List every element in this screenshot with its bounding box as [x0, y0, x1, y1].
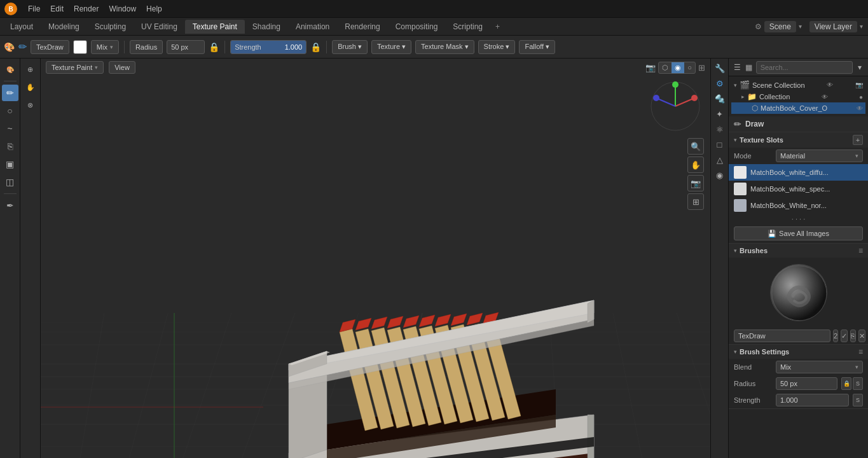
menu-render[interactable]: Render [69, 3, 104, 15]
annotate-tool-btn[interactable]: ✒ [2, 197, 18, 214]
add-workspace-button[interactable]: + [490, 20, 505, 34]
properties-active-icon[interactable]: ⚙ [713, 76, 727, 90]
pan-icon[interactable]: ✋ [687, 156, 704, 173]
properties-physics-icon[interactable]: ⚛ [713, 122, 727, 136]
strength-prop-input[interactable]: 1.000 [776, 394, 849, 406]
tab-sculpting[interactable]: Sculpting [87, 20, 134, 34]
brush-copy-btn[interactable]: ⎘ [850, 330, 856, 342]
panel-options-icon[interactable]: ▾ [855, 60, 864, 74]
scene-selector[interactable]: Scene [764, 21, 796, 32]
tab-uv-editing[interactable]: UV Editing [134, 20, 185, 34]
texture-slot-2[interactable]: MatchBook_White_nor... [729, 197, 868, 214]
falloff-dropdown-button[interactable]: Falloff ▾ [519, 40, 555, 54]
collection-item-collection[interactable]: ▸ 📁 Collection 👁 ● [731, 91, 865, 102]
properties-data-icon[interactable]: △ [713, 153, 727, 167]
tab-animation[interactable]: Animation [288, 20, 337, 34]
panel-search-input[interactable] [756, 61, 853, 74]
tool-name-button[interactable]: TexDraw [31, 40, 69, 54]
brush-pin-btn[interactable]: ✓ [841, 330, 848, 342]
navigation-gizmo[interactable]: X Y Z [650, 81, 701, 132]
brushes-header[interactable]: ▾ Brushes ≡ [729, 244, 868, 258]
tab-shading[interactable]: Shading [245, 20, 288, 34]
properties-tool-icon[interactable]: 🔧 [713, 61, 727, 75]
overlay-icon[interactable]: ⊞ [698, 63, 705, 73]
properties-particles-icon[interactable]: ✦ [713, 107, 727, 121]
menu-help[interactable]: Help [141, 3, 167, 15]
brushes-expand-right[interactable]: ≡ [858, 246, 863, 255]
strength-lock-icon[interactable]: 🔒 [310, 42, 321, 52]
radius-row: Radius 50 px 🔒 S [729, 375, 868, 392]
tab-scripting[interactable]: Scripting [445, 20, 490, 34]
tab-modeling[interactable]: Modeling [41, 20, 87, 34]
tab-texture-paint[interactable]: Texture Paint [185, 20, 245, 34]
menu-window[interactable]: Window [104, 3, 141, 15]
tab-rendering[interactable]: Rendering [337, 20, 387, 34]
view-menu-btn[interactable]: View [109, 61, 135, 74]
viewport-icon-2[interactable]: ✋ [22, 79, 39, 95]
zoom-icon[interactable]: 🔍 [687, 138, 704, 155]
radius-type-btn[interactable]: S [853, 377, 863, 390]
viewport[interactable]: Texture Paint ▾ View 📷 ⬡ ◉ ○ ⊞ [41, 59, 710, 458]
texture-mode-selector[interactable]: Material ▾ [776, 149, 863, 162]
color-swatch[interactable] [73, 40, 87, 54]
tab-layout[interactable]: Layout [3, 20, 41, 34]
texture-slot-1[interactable]: MatchBook_white_spec... [729, 181, 868, 197]
clone-tool-btn[interactable]: ⎘ [2, 138, 18, 155]
matchbook-vis[interactable]: 👁 [857, 105, 863, 112]
properties-object-icon[interactable]: □ [713, 137, 727, 151]
brush-settings-expand[interactable]: ≡ [858, 347, 863, 356]
brush-name-input[interactable] [734, 330, 830, 342]
texture-slot-0[interactable]: MatchBook_white_diffu... [729, 164, 868, 181]
panel-filter-icon[interactable]: ☰ [733, 60, 741, 74]
viewport-icon-1[interactable]: ⊕ [22, 61, 39, 78]
mask-tool-btn[interactable]: ◫ [2, 174, 18, 190]
stroke-dropdown-button[interactable]: Stroke ▾ [478, 40, 516, 54]
brush-delete-btn[interactable]: ✕ [858, 330, 865, 342]
radius-lock-btn[interactable]: 🔒 [841, 377, 851, 390]
texture-slots-header[interactable]: ▾ Texture Slots + [729, 132, 868, 148]
panel-display-icon[interactable]: ▦ [744, 60, 753, 74]
workspace-tabs: Layout Modeling Sculpting UV Editing Tex… [0, 18, 868, 36]
material-shading-btn[interactable]: ◉ [672, 62, 684, 73]
frame-icon[interactable]: ⊞ [687, 193, 704, 210]
menu-file[interactable]: File [23, 3, 45, 15]
radius-input[interactable]: 50 px [167, 40, 205, 54]
strength-type-btn[interactable]: S [853, 394, 863, 406]
view-layer-selector[interactable]: View Layer [809, 21, 857, 32]
draw-tool-btn[interactable]: ✏ [2, 85, 18, 101]
radius-lock-icon[interactable]: 🔒 [209, 42, 219, 52]
smear-tool-btn[interactable]: ~ [2, 120, 18, 137]
blend-row: Blend Mix ▾ [729, 359, 868, 375]
tab-compositing[interactable]: Compositing [388, 20, 446, 34]
solid-shading-btn[interactable]: ⬡ [659, 62, 672, 73]
viewport-camera-icon[interactable]: 📷 [645, 63, 656, 73]
viewport-icon-3[interactable]: ⊗ [22, 97, 39, 113]
blend-selector[interactable]: Mix ▾ [776, 361, 863, 373]
soften-tool-btn[interactable]: ○ [2, 102, 18, 119]
scene-render-icon[interactable]: 📷 [855, 81, 863, 88]
blend-mode-selector[interactable]: Mix ▾ [91, 40, 119, 54]
save-all-images-button[interactable]: 💾 Save All Images [734, 226, 863, 240]
radius-prop-input[interactable]: 50 px [776, 377, 837, 390]
texture-mask-dropdown-button[interactable]: Texture Mask ▾ [415, 40, 474, 54]
menu-edit[interactable]: Edit [45, 3, 69, 15]
texture-paint-mode-btn[interactable]: Texture Paint ▾ [46, 61, 104, 74]
collection-item-matchbook[interactable]: ⬡ MatchBook_Cover_O 👁 [731, 102, 865, 114]
coll-vis-eye[interactable]: 👁 [822, 94, 828, 101]
brush-dropdown-button[interactable]: Brush ▾ [332, 40, 368, 54]
add-texture-slot-button[interactable]: + [853, 135, 863, 145]
strength-slider[interactable]: Strength 1.000 [230, 40, 307, 54]
mode-switcher-btn[interactable]: 🎨 [2, 61, 18, 78]
properties-modifier-icon[interactable]: 🔩 [713, 92, 727, 106]
brush-icon: ✏ [18, 41, 27, 53]
coll-vis-cam[interactable]: ● [859, 94, 863, 101]
render-shading-btn[interactable]: ○ [684, 62, 695, 73]
blend-value: Mix [780, 363, 791, 371]
scene-collection-header[interactable]: ▾ 🎬 Scene Collection 👁 📷 [731, 79, 865, 91]
scene-vis-icon[interactable]: 👁 [827, 81, 833, 88]
camera-lock-icon[interactable]: 📷 [687, 175, 704, 191]
fill-tool-btn[interactable]: ▣ [2, 156, 18, 172]
properties-material-icon[interactable]: ◉ [713, 168, 727, 182]
texture-dropdown-button[interactable]: Texture ▾ [371, 40, 411, 54]
brush-settings-header[interactable]: ▾ Brush Settings ≡ [729, 345, 868, 359]
